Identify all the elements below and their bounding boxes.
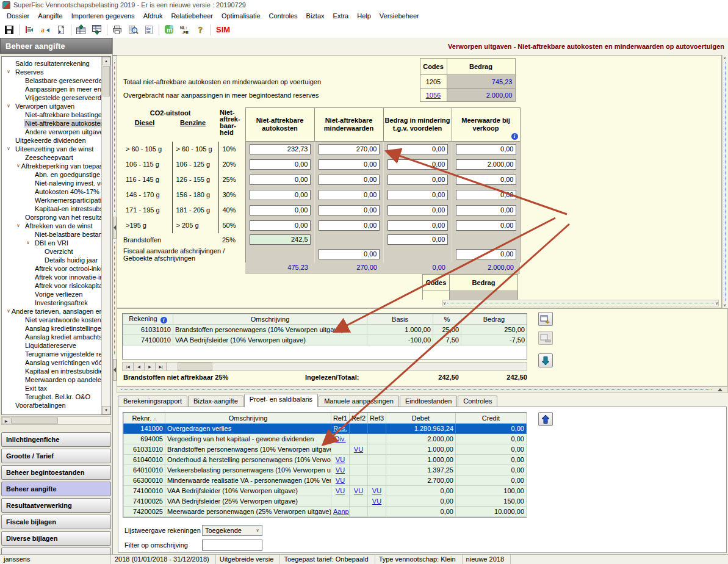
tree-item-aftrek-voor-risicokapitaa[interactable]: Aftrek voor risicokapitaa (2, 281, 101, 290)
tree-item-saldo-resultatenrekening[interactable]: Saldo resultatenrekening (2, 59, 101, 68)
tab-biztax-aangifte[interactable]: Biztax-aangifte (188, 396, 243, 407)
co2-input-r0c0[interactable]: 232,73 (250, 144, 311, 154)
tree-item-autokosten-40-17-v[interactable]: Autokosten 40%-17% V (2, 187, 101, 196)
tree-item-voorafbetalingen[interactable]: Voorafbetalingen (2, 401, 101, 410)
tree-item-niet-naleving-invest-ve[interactable]: Niet-naleving invest. ve (2, 179, 101, 187)
tree-item-exit-tax[interactable]: Exit tax (2, 384, 101, 392)
tab-controles[interactable]: Controles (458, 396, 497, 407)
menu-biztax[interactable]: Biztax (302, 12, 329, 20)
sidebar-section-beheer-aangifte[interactable]: Beheer aangifte (1, 482, 111, 496)
tree-expand-icon[interactable]: ∨ (26, 239, 34, 247)
scroll-right-icon[interactable]: ▶ (2, 417, 10, 424)
code-link[interactable]: 1056 (426, 92, 441, 99)
list-view-select[interactable]: Toegekende ∨ (202, 525, 262, 536)
co2-input-r1c1[interactable]: 0,00 (319, 159, 380, 170)
tree-item-aanslag-krediet-ambachtsou[interactable]: Aanslag krediet ambachtsou (2, 333, 101, 341)
menu-controles[interactable]: Controles (265, 12, 302, 20)
import-report-icon[interactable] (21, 23, 37, 37)
tree-horizontal-scrollbar[interactable]: ◀ ▶ (1, 416, 111, 425)
menu-optimalisatie[interactable]: Optimalisatie (217, 12, 265, 20)
tree-item-niet-aftrekbare-autokosten[interactable]: Niet-aftrekbare autokosten (2, 119, 101, 128)
co2-input-r3c1[interactable]: 0,00 (319, 190, 380, 200)
biztax-icon[interactable]: Biztax (141, 23, 157, 37)
chevron-down-icon[interactable]: ∨ (723, 303, 726, 308)
tab-manuele-aanpassingen[interactable]: Manuele aanpassingen (319, 396, 399, 407)
balans-header-debet[interactable]: Debet (386, 413, 456, 424)
brandstoffen-autokosten-input[interactable]: 242,5 (250, 234, 311, 245)
sidebar-section-fiscale-bijlagen[interactable]: Fiscale bijlagen (1, 515, 111, 529)
co2-input-r0c3[interactable]: 0,00 (456, 144, 516, 154)
scroll-up-icon[interactable]: ▲ (102, 57, 110, 65)
tree-item-reserves[interactable]: ∨Reserves (2, 68, 101, 76)
exact-m-icon[interactable]: m (161, 23, 177, 37)
info-icon[interactable]: i (511, 133, 518, 140)
menu-afdruk[interactable]: Afdruk (139, 12, 167, 20)
ref-link[interactable]: VU (336, 487, 345, 494)
afschrijvingen-minderwaarden-input[interactable]: 0,00 (319, 249, 380, 259)
tree-item-aftrek-voor-innovatie-in[interactable]: Aftrek voor innovatie-in (2, 273, 101, 281)
export-document-icon[interactable] (53, 23, 69, 37)
first-record-button[interactable]: |◀ (123, 363, 134, 371)
tree-item-aanpassingen-in-meer-en-in[interactable]: Aanpassingen in meer en in (2, 85, 101, 93)
balans-row-694005[interactable]: 694005Vergoeding van het kapitaal - gewo… (124, 434, 527, 444)
co2-input-r3c0[interactable]: 0,00 (250, 190, 311, 200)
tree-item-kapitaal-en-intrestsubsid[interactable]: Kapitaal-en intrestsubsid (2, 204, 101, 213)
sidebar-section-grootte-tarief[interactable]: Grootte / Tarief (1, 449, 111, 463)
co2-input-r2c1[interactable]: 0,00 (319, 175, 380, 185)
tab-eindtoestanden[interactable]: Eindtoestanden (400, 396, 457, 407)
tree-item-kapitaal-en-intrestsubsidies[interactable]: Kapitaal en intrestsubsidies (2, 367, 101, 375)
tree-item-abn-en-goedgunstige-v[interactable]: Abn. en goedgunstige v (2, 170, 101, 179)
tree-vertical-scrollbar[interactable]: ▲ ▼ (101, 57, 110, 414)
co2-input-r3c2[interactable]: 0,00 (387, 190, 448, 200)
info-icon[interactable]: i (160, 317, 167, 324)
export-table-icon[interactable] (89, 23, 105, 37)
tree-item-aanslag-verrichtingen-v-r[interactable]: Aanslag verrichtingen vóór (2, 358, 101, 367)
tree-item-werknemersparticipatie[interactable]: Werknemersparticipatie (2, 196, 101, 204)
tree-item-niet-aftrekbare-belastingen[interactable]: Niet-aftrekbare belastingen (2, 110, 101, 119)
detail-search-icon[interactable] (125, 23, 141, 37)
tab-proef-en-saldibalans[interactable]: Proef- en saldibalans (244, 394, 318, 407)
co2-input-r1c2[interactable]: 0,00 (387, 159, 448, 170)
right-vertical-scrollbar[interactable]: ∨ ∨ (722, 55, 728, 308)
balans-header-reknr[interactable]: Reknr.△ (124, 413, 165, 424)
brandstoffen-voordelen-input[interactable]: 0,00 (387, 234, 448, 245)
co2-input-r4c3[interactable]: 0,00 (456, 205, 516, 215)
tree-item-aftrekken-van-de-winst[interactable]: ∨Aftrekken van de winst (2, 222, 101, 230)
save-icon[interactable] (1, 23, 17, 37)
tree-item-meerwaarden-op-aandelen-2[interactable]: Meerwaarden op aandelen 2 (2, 375, 101, 384)
panel-collapse-strip[interactable] (117, 386, 728, 393)
sidebar-section-beheer-begintoestanden[interactable]: Beheer begintoestanden (1, 465, 111, 480)
chevron-right-icon[interactable]: ∨ (715, 300, 718, 306)
import-table-icon[interactable] (73, 23, 89, 37)
co2-input-r4c0[interactable]: 0,00 (250, 205, 311, 215)
ref-link[interactable]: VU (372, 487, 381, 494)
tree-item-uitgekeerde-dividenden[interactable]: Uitgekeerde dividenden (2, 136, 101, 145)
co2-input-r5c3[interactable]: 0,00 (456, 220, 516, 231)
menu-extra[interactable]: Extra (329, 12, 353, 20)
balans-header-ref2[interactable]: Ref2 (350, 413, 368, 424)
scrollbar-thumb[interactable] (178, 363, 212, 371)
tree-item-dbi-en-vri[interactable]: ∨DBI en VRI (2, 239, 101, 247)
filter-input[interactable] (202, 540, 262, 551)
tab-berekeningsrapport[interactable]: Berekeningsrapport (118, 396, 187, 407)
balans-row-141000[interactable]: 141000Overgedragen verliesRes.1.280.963,… (124, 424, 527, 434)
move-down-button[interactable] (538, 353, 553, 367)
tree-item-investeringsaftrek[interactable]: Investeringsaftrek (2, 298, 101, 307)
ref-link[interactable]: VU (372, 497, 381, 505)
last-record-button[interactable]: ▶| (156, 363, 167, 371)
tree-item-uiteenzetting-van-de-winst[interactable]: ∨Uiteenzetting van de winst (2, 145, 101, 153)
menu-help[interactable]: Help (353, 12, 375, 20)
tree-item-terugbet-bel-kr-o-o[interactable]: Terugbet. Bel.kr. O&O (2, 392, 101, 401)
import-accounts-icon[interactable]: a (37, 23, 53, 37)
tree-item-aftrekbeperking-van-toepas[interactable]: ∨Aftrekbeperking van toepas (2, 162, 101, 170)
co2-input-r3c3[interactable]: 0,00 (456, 190, 516, 200)
chevron-up-icon[interactable]: ∨ (723, 56, 726, 60)
previous-record-button[interactable]: ◀ (134, 363, 145, 371)
upper-panel-scrollbar[interactable]: ∨ ∨ (442, 300, 719, 306)
ref-link[interactable]: Div. (334, 435, 345, 443)
triangle-up-icon[interactable] (718, 388, 723, 391)
menu-dossier[interactable]: Dossier (2, 12, 34, 20)
balans-header-credit[interactable]: Credit (456, 413, 527, 424)
co2-input-r5c1[interactable]: 0,00 (319, 220, 380, 231)
scrollbar-thumb[interactable] (103, 66, 110, 96)
